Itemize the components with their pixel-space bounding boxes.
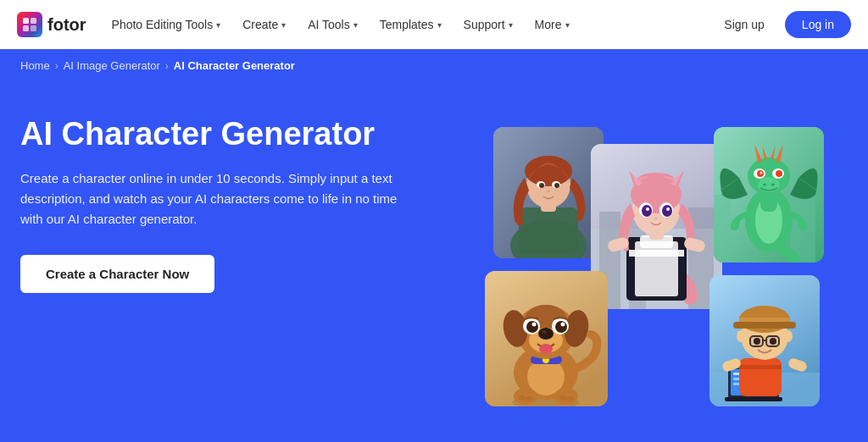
cta-button[interactable]: Create a Character Now <box>20 255 214 293</box>
svg-point-39 <box>654 218 658 220</box>
svg-rect-6 <box>519 207 578 254</box>
svg-point-38 <box>666 207 670 211</box>
svg-rect-0 <box>23 18 29 24</box>
breadcrumb: Home › AI Image Generator › AI Character… <box>0 49 868 82</box>
svg-point-12 <box>539 183 544 188</box>
nav-ai-tools[interactable]: AI Tools ▾ <box>298 0 368 49</box>
page-title: AI Character Generator <box>20 116 461 153</box>
breadcrumb-home[interactable]: Home <box>20 59 50 72</box>
logo-text: fotor <box>47 15 86 35</box>
breadcrumb-separator-2: › <box>165 60 169 72</box>
svg-rect-2 <box>23 25 29 31</box>
nav-auth: Sign up Log in <box>712 11 851 38</box>
nav-items: Photo Editing Tools ▾ Create ▾ AI Tools … <box>102 0 713 49</box>
svg-point-9 <box>525 156 572 186</box>
character-collage <box>476 127 832 406</box>
hero-images <box>461 108 848 426</box>
svg-point-85 <box>526 321 538 333</box>
hero-section: AI Character Generator Create a characte… <box>0 82 868 442</box>
nav-templates[interactable]: Templates ▾ <box>370 0 452 49</box>
svg-rect-98 <box>739 358 782 396</box>
chevron-down-icon: ▾ <box>565 20 570 30</box>
chevron-down-icon: ▾ <box>437 20 442 30</box>
signup-button[interactable]: Sign up <box>712 12 776 37</box>
svg-point-69 <box>519 395 526 401</box>
breadcrumb-parent[interactable]: AI Image Generator <box>64 59 160 72</box>
nav-create[interactable]: Create ▾ <box>232 0 296 49</box>
svg-point-89 <box>539 344 553 354</box>
nav-photo-editing-tools[interactable]: Photo Editing Tools ▾ <box>102 0 231 49</box>
svg-point-14 <box>547 191 550 193</box>
svg-point-86 <box>555 321 567 333</box>
svg-point-60 <box>760 172 763 174</box>
chevron-down-icon: ▾ <box>509 20 513 30</box>
svg-rect-1 <box>31 18 36 24</box>
svg-point-68 <box>554 388 578 405</box>
nav-more[interactable]: More ▾ <box>525 0 580 49</box>
chevron-down-icon: ▾ <box>353 20 358 30</box>
navbar: fotor Photo Editing Tools ▾ Create ▾ AI … <box>0 0 868 49</box>
login-button[interactable]: Log in <box>785 11 851 38</box>
svg-point-61 <box>763 184 766 186</box>
svg-point-71 <box>559 395 566 401</box>
breadcrumb-current: AI Character Generator <box>174 59 295 72</box>
hero-content: AI Character Generator Create a characte… <box>20 108 461 293</box>
svg-point-110 <box>770 338 776 345</box>
breadcrumb-separator: › <box>55 60 58 72</box>
nav-support[interactable]: Support ▾ <box>453 0 523 49</box>
character-image-1 <box>493 127 604 258</box>
svg-point-67 <box>514 388 537 405</box>
svg-point-88 <box>561 323 565 327</box>
svg-point-112 <box>784 330 793 342</box>
svg-rect-103 <box>733 322 796 329</box>
svg-point-36 <box>662 205 672 217</box>
svg-point-109 <box>754 338 760 345</box>
svg-point-111 <box>737 330 745 342</box>
svg-rect-99 <box>739 365 782 369</box>
hero-description: Create a character online in under 10 se… <box>20 169 410 229</box>
svg-point-13 <box>554 183 559 188</box>
svg-point-82 <box>542 330 547 334</box>
svg-point-70 <box>526 396 532 401</box>
character-image-3 <box>714 127 824 262</box>
svg-rect-3 <box>31 25 36 31</box>
svg-point-81 <box>538 328 554 340</box>
svg-point-62 <box>771 184 775 186</box>
svg-rect-22 <box>635 241 678 296</box>
character-image-2 <box>591 144 722 309</box>
svg-point-59 <box>776 170 782 177</box>
svg-rect-44 <box>714 195 731 262</box>
chevron-down-icon: ▾ <box>281 20 286 30</box>
character-image-4 <box>485 271 608 406</box>
logo-link[interactable]: fotor <box>17 12 86 37</box>
chevron-down-icon: ▾ <box>216 20 220 30</box>
logo-icon <box>17 12 42 37</box>
character-image-5 <box>709 275 820 406</box>
svg-point-37 <box>646 207 649 211</box>
svg-point-72 <box>566 396 573 401</box>
svg-point-35 <box>642 205 652 217</box>
svg-point-87 <box>532 323 537 327</box>
svg-rect-97 <box>725 397 782 401</box>
